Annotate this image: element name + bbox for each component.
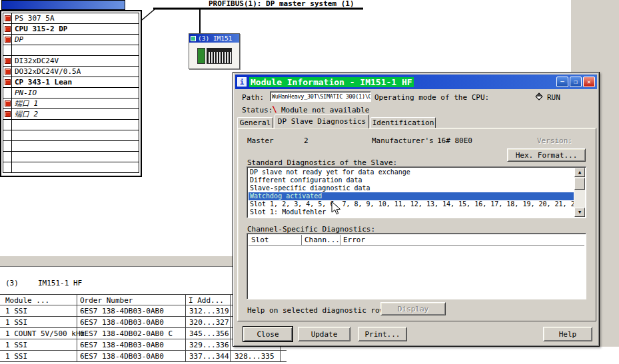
rack-row[interactable]: DO32xDC24V/0.5A [3, 67, 139, 77]
module-photo-green [197, 48, 205, 64]
dialog-title: Module Information - IM151-1 HF [249, 77, 414, 87]
diagnostic-item[interactable]: Slave-specific diagnostic data [249, 184, 574, 192]
rack-row[interactable]: DI32xDC24V [3, 56, 139, 67]
path-field[interactable]: WuHanHeavy_30T\SIMATIC 300(1)\CP [270, 91, 371, 102]
cell-module: 1 SSI [5, 318, 27, 327]
cell-q-address: 328...335 [235, 352, 275, 361]
update-button[interactable]: Update [298, 327, 350, 341]
module-icon-cell [3, 67, 12, 77]
cell-module: 1 SSI [5, 352, 27, 361]
rack-row[interactable] [3, 162, 139, 173]
master-label: Master [247, 136, 274, 145]
module-icon-cell [3, 162, 12, 172]
maximize-button[interactable]: ❐ [570, 77, 582, 87]
scrollbar-thumb[interactable] [574, 178, 585, 190]
cell-module: 1 SSI [5, 341, 27, 349]
cell-order-number: 6ES7 138-4DB03-0AB0 [80, 307, 164, 315]
scroll-up-icon[interactable]: ▲ [574, 168, 585, 177]
column-header-i-address: I Add... [189, 296, 224, 305]
help-row-label: Help on selected diagnostic row: [247, 306, 388, 315]
table-row[interactable]: 1 SSI 6ES7 138-4DB03-0AB0 337...344 328.… [0, 351, 287, 362]
channel-diagnostics-table: Slot Chann... Error [247, 233, 586, 299]
column-header-slot: Slot [249, 235, 302, 245]
module-icon [5, 58, 11, 64]
print-button[interactable]: Print... [358, 327, 407, 341]
cell-i-address: 345...356 [189, 329, 229, 338]
im151-slave-icon[interactable]: (3) IM151 [189, 33, 240, 69]
module-icon-cell [3, 152, 12, 162]
rack-row[interactable]: CPU 315-2 DP [3, 24, 139, 35]
scroll-down-icon[interactable]: ▼ [574, 208, 585, 217]
tab-general[interactable]: General [237, 117, 273, 128]
rack-row[interactable] [3, 152, 139, 162]
rack-row-label: PN-IO [12, 89, 37, 97]
run-state-icon [535, 92, 542, 100]
version-label: Version: [537, 136, 572, 145]
rack-row[interactable]: 端口 1 [3, 98, 139, 109]
rack-row-label: DI32xDC24V [12, 57, 59, 65]
rack-window-titlebar[interactable] [1, 0, 125, 10]
manufacturer-value: 16# 80E0 [437, 136, 472, 145]
channel-table-header: Slot Chann... Error [249, 235, 584, 246]
diagnostic-item[interactable]: Slot 1, 2, 3, 4, 5, 6, 7, 8, 9, 10, 11, … [249, 200, 574, 208]
close-button[interactable]: Close [243, 327, 293, 341]
cell-order-number: 6ES7 138-4DB02-0AB0 C [80, 329, 173, 338]
rack-row-label: PS 307 5A [12, 14, 55, 23]
diagnostic-item[interactable]: DP slave not ready yet for data exchange [249, 168, 574, 176]
rack-row-label: DO32xDC24V/0.5A [12, 67, 81, 76]
listbox-scrollbar[interactable]: ▲ ▼ [574, 168, 585, 217]
rack-row[interactable] [3, 130, 139, 141]
module-icon-cell [3, 120, 12, 130]
rack-row[interactable]: PS 307 5A [3, 13, 139, 24]
profibus-label[interactable]: PROFIBUS(1): DP master system (1) [207, 0, 356, 7]
rack-row[interactable]: DP [3, 35, 139, 45]
rack-row-label: DP [12, 35, 23, 44]
module-icon-cell [3, 109, 12, 119]
module-icon-cell [3, 56, 12, 66]
standard-diagnostics-listbox: DP slave not ready yet for data exchange… [247, 166, 586, 218]
master-value: 2 [304, 136, 309, 145]
diagnostic-item[interactable]: Different configuration data [249, 176, 574, 184]
rack-slot-list: PS 307 5A CPU 315-2 DP DP DI32xDC24V DO3… [3, 13, 139, 173]
column-header-channel: Chann... [302, 235, 340, 245]
diagnostic-item[interactable]: Slot 1: Modulfehler [249, 208, 574, 216]
right-gutter [600, 0, 619, 347]
cell-i-address: 329...336 [189, 341, 229, 349]
rack-row[interactable] [3, 120, 139, 130]
rack-row[interactable]: CP 343-1 Lean [3, 77, 139, 88]
cell-i-address: 312...319 [189, 307, 229, 315]
status-value: Module not available [281, 106, 369, 114]
cell-i-address: 337...344 [189, 352, 229, 361]
hex-format-button[interactable]: Hex. Format... [507, 148, 586, 162]
module-icon [5, 26, 11, 32]
module-icon [5, 100, 11, 106]
close-icon[interactable]: ✕ [583, 77, 595, 87]
rack-row[interactable] [3, 141, 139, 152]
diagnostic-item-selected[interactable]: Watchdog activated [249, 192, 574, 200]
module-icon [5, 37, 11, 43]
column-header-error: Error [340, 235, 584, 245]
module-icon-cell [3, 13, 12, 23]
tab-dp-slave-diagnostics[interactable]: DP Slave Diagnostics [275, 114, 369, 128]
station-name: IM151-1 HF [38, 279, 82, 287]
module-icon [5, 111, 11, 117]
module-icon-cell [3, 141, 12, 151]
rack-row[interactable] [3, 45, 139, 56]
rack-row[interactable]: 端口 2 [3, 109, 139, 120]
module-information-dialog: i Module Information - IM151-1 HF ─ ❐ ✕ … [233, 72, 600, 347]
cell-module: 1 SSI [5, 307, 27, 315]
display-button[interactable]: Display [380, 302, 446, 315]
module-icon-cell [3, 98, 12, 108]
help-button[interactable]: Help [543, 327, 592, 341]
rack-row[interactable]: PN-IO [3, 88, 139, 98]
path-label: Path: [242, 93, 264, 102]
tab-identification[interactable]: Identification [370, 117, 436, 128]
slave-title-text: (3) IM151 [198, 34, 232, 43]
status-slash-icon: \ [272, 104, 277, 114]
cell-i-address: 320...327 [189, 318, 229, 327]
cell-order-number: 6ES7 138-4DB03-0AB0 [80, 341, 164, 349]
minimize-button[interactable]: ─ [556, 77, 568, 87]
dialog-titlebar[interactable]: i Module Information - IM151-1 HF ─ ❐ ✕ [235, 75, 597, 89]
module-icon [5, 69, 11, 75]
rack-table: PS 307 5A CPU 315-2 DP DP DI32xDC24V DO3… [0, 10, 142, 177]
